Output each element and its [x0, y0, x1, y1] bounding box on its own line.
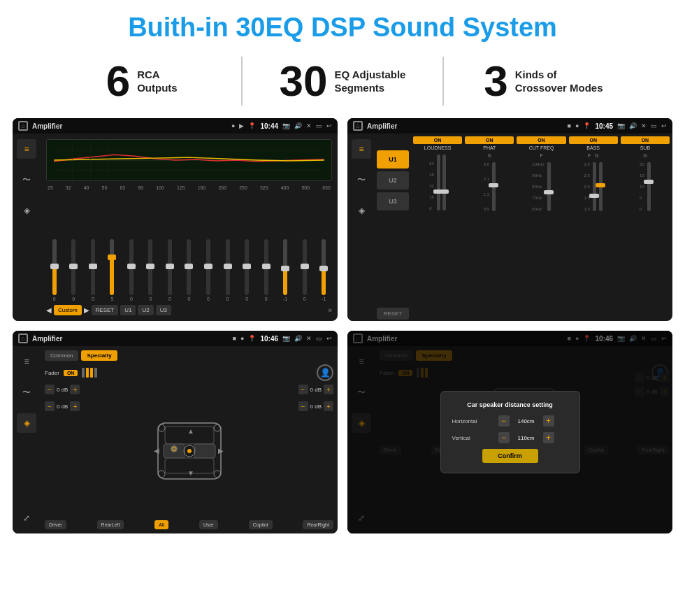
u1-btn[interactable]: U1: [120, 305, 136, 315]
slider-val-6: 0: [168, 296, 171, 301]
svg-text:▼: ▼: [187, 469, 194, 477]
slider-thumb-0[interactable]: [50, 264, 59, 269]
vertical-row: Vertical − 110cm +: [452, 432, 568, 443]
loudness-on-btn[interactable]: ON: [413, 136, 462, 144]
slider-thumb-3[interactable]: [108, 255, 116, 260]
u2-channel-btn[interactable]: U2: [377, 171, 409, 189]
reset-btn[interactable]: RESET: [92, 305, 119, 315]
slider-thumb-10[interactable]: [243, 264, 251, 269]
vol-icon-2: 🔊: [629, 122, 637, 129]
plus-left-1[interactable]: +: [70, 385, 80, 394]
pin-icon-2: 📍: [583, 122, 591, 129]
slider-thumb-13[interactable]: [301, 264, 309, 269]
bass-on-btn[interactable]: ON: [569, 136, 618, 144]
stat-crossover-number: 3: [484, 59, 507, 103]
home-icon-2[interactable]: [353, 121, 363, 131]
u2-btn[interactable]: U2: [138, 305, 153, 315]
reset-ch-btn[interactable]: RESET: [377, 308, 409, 320]
eq-icon[interactable]: ≡: [17, 139, 36, 159]
dot2-icon-3: ●: [240, 335, 244, 342]
expand-arrows[interactable]: »: [328, 306, 332, 314]
minus-left-2[interactable]: −: [45, 401, 55, 411]
home-icon-1[interactable]: [18, 121, 28, 131]
eq-slider-12: -1: [277, 239, 294, 301]
cutfreq-label: CUT FREQ: [529, 145, 554, 150]
minus-right-2[interactable]: −: [298, 401, 308, 411]
svg-point-22: [214, 471, 221, 478]
vertical-minus-btn[interactable]: −: [498, 432, 510, 443]
wave-icon[interactable]: 〜: [17, 170, 36, 189]
slider-thumb-12[interactable]: [281, 266, 289, 271]
eq-icon-2[interactable]: ≡: [352, 139, 371, 159]
slider-thumb-1[interactable]: [69, 264, 78, 269]
home-icon-3[interactable]: [18, 334, 28, 343]
car-top-view-svg: ▲ ▼ ◀ ▶: [144, 413, 235, 489]
horizontal-plus-btn[interactable]: +: [543, 415, 554, 427]
slider-thumb-11[interactable]: [262, 264, 271, 269]
slider-thumb-5[interactable]: [146, 264, 154, 269]
slider-thumb-14[interactable]: [319, 266, 328, 271]
slider-thumb-2[interactable]: [89, 264, 97, 269]
next-btn[interactable]: ▶: [84, 306, 89, 314]
bass-thumb2[interactable]: [596, 183, 605, 187]
wave-icon-3[interactable]: 〜: [17, 382, 36, 402]
slider-thumb-4[interactable]: [127, 264, 136, 269]
all-btn[interactable]: All: [154, 520, 168, 529]
custom-btn[interactable]: Custom: [54, 305, 82, 315]
person-icon[interactable]: 👤: [317, 364, 333, 381]
vertical-plus-btn[interactable]: +: [543, 432, 554, 443]
copilot-btn[interactable]: Copilot: [249, 520, 273, 529]
specialty-tab[interactable]: Specialty: [81, 350, 117, 361]
prev-btn[interactable]: ◀: [46, 306, 52, 314]
u3-btn[interactable]: U3: [156, 305, 171, 315]
speaker-icon-2[interactable]: ◈: [352, 201, 371, 220]
plus-right-1[interactable]: +: [324, 385, 333, 394]
fader-on-badge[interactable]: ON: [64, 370, 78, 376]
plus-right-2[interactable]: +: [324, 401, 333, 411]
slider-thumb-7[interactable]: [185, 264, 193, 269]
slider-thumb-9[interactable]: [224, 264, 232, 269]
eq-icon-3[interactable]: ≡: [17, 352, 36, 371]
distance-dialog: Car speaker distance setting Horizontal …: [440, 391, 580, 473]
user-btn[interactable]: User: [199, 520, 218, 529]
cutfreq-on-btn[interactable]: ON: [517, 136, 565, 144]
bass-thumb[interactable]: [589, 194, 599, 198]
eq-sliders: 0 0 0: [46, 194, 332, 301]
loudness-nums: 644832160: [429, 162, 434, 210]
page-container: Buith-in 30EQ DSP Sound System 6 RCAOutp…: [0, 0, 685, 540]
slider-thumb-6[interactable]: [166, 264, 174, 269]
sub-on-btn[interactable]: ON: [621, 136, 670, 144]
cutfreq-thumb[interactable]: [544, 190, 554, 194]
sub-thumb[interactable]: [644, 180, 654, 184]
phat-thumb[interactable]: [489, 183, 498, 187]
u1-channel-btn[interactable]: U1: [377, 150, 409, 169]
minus-left-1[interactable]: −: [45, 385, 55, 394]
rearleft-btn[interactable]: RearLeft: [97, 520, 124, 529]
eq-slider-10: 0: [238, 239, 255, 301]
driver-btn[interactable]: Driver: [45, 520, 66, 529]
common-tab[interactable]: Common: [45, 350, 78, 361]
wave-icon-2[interactable]: 〜: [352, 170, 371, 189]
u3-channel-btn[interactable]: U3: [377, 192, 409, 210]
horizontal-label: Horizontal: [452, 418, 494, 424]
loudness-label: LOUDNESS: [424, 145, 452, 150]
screen-channel: Amplifier ■ ● 📍 10:45 📷 🔊 ✕ ▭ ↩ ≡ 〜 ◈: [347, 118, 672, 321]
confirm-button[interactable]: Confirm: [482, 449, 538, 463]
loudness-thumb2[interactable]: [439, 189, 449, 194]
eq-graph: [46, 139, 332, 181]
plus-left-2[interactable]: +: [70, 401, 80, 411]
svg-point-14: [187, 449, 192, 453]
cam-icon-2: 📷: [617, 122, 625, 129]
bass-col: ON BASS F G 3.02.52.01.51.0: [569, 136, 618, 318]
slider-val-8: 0: [207, 296, 210, 301]
db-ctrl-right-2: − 0 dB +: [298, 401, 333, 411]
phat-on-btn[interactable]: ON: [465, 136, 514, 144]
rearright-btn[interactable]: RearRight: [303, 520, 333, 529]
speaker-icon[interactable]: ◈: [17, 201, 36, 220]
expand-icon-3[interactable]: ⤢: [17, 508, 36, 528]
minus-right-1[interactable]: −: [298, 385, 308, 394]
slider-thumb-8[interactable]: [204, 264, 212, 269]
eq-slider-13: 0: [296, 239, 313, 301]
horizontal-minus-btn[interactable]: −: [498, 415, 510, 427]
speaker-icon-3[interactable]: ◈: [17, 413, 36, 433]
